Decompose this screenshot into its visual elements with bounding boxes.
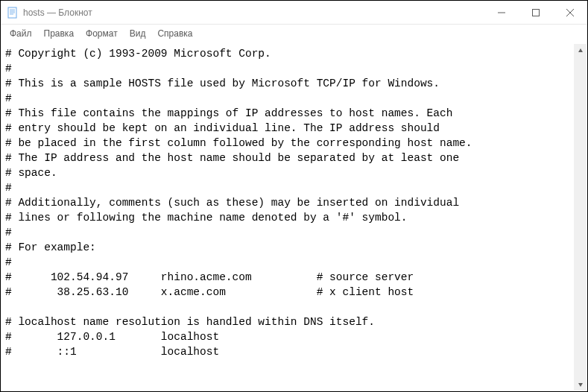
scroll-up-icon[interactable] [574, 44, 587, 57]
svg-marker-9 [578, 48, 583, 52]
svg-rect-6 [533, 9, 540, 16]
vertical-scrollbar[interactable] [574, 44, 587, 391]
window-title: hosts — Блокнот [23, 7, 484, 18]
titlebar: hosts — Блокнот [1, 1, 587, 25]
window-controls [484, 1, 587, 24]
menu-format[interactable]: Формат [80, 26, 124, 41]
menu-help[interactable]: Справка [151, 26, 198, 41]
menubar: Файл Правка Формат Вид Справка [1, 25, 587, 45]
close-button[interactable] [553, 1, 587, 24]
maximize-button[interactable] [519, 1, 553, 24]
scroll-down-icon[interactable] [574, 378, 587, 391]
menu-file[interactable]: Файл [4, 26, 38, 41]
minimize-button[interactable] [484, 1, 519, 24]
svg-marker-10 [578, 383, 583, 387]
notepad-icon [7, 7, 19, 19]
menu-edit[interactable]: Правка [38, 26, 80, 41]
menu-view[interactable]: Вид [124, 26, 152, 41]
text-editor-area[interactable]: # Copyright (c) 1993-2009 Microsoft Corp… [1, 45, 587, 392]
